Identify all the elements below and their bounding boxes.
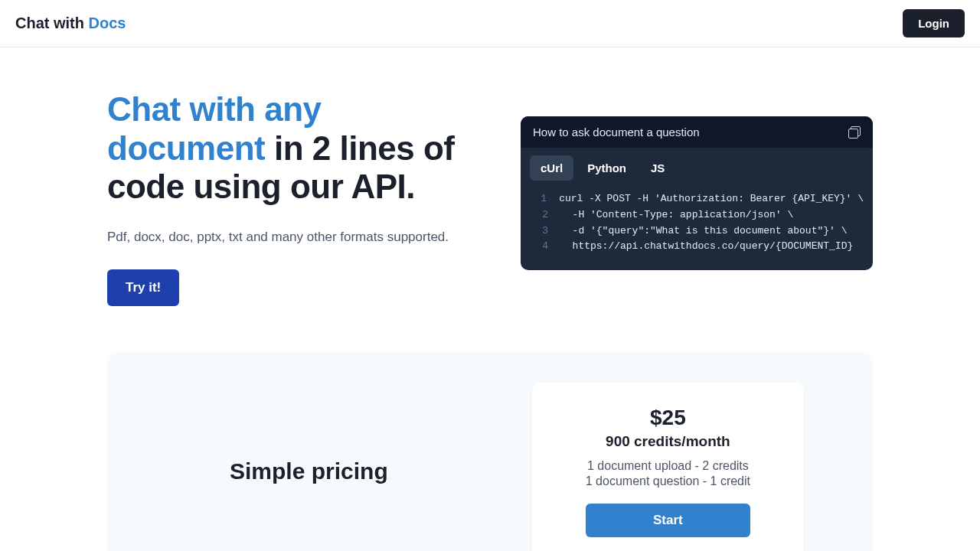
- tab-curl[interactable]: cUrl: [530, 155, 573, 181]
- code-line: 3 -d '{"query":"What is this document ab…: [530, 223, 864, 240]
- code-header: How to ask document a question: [521, 116, 873, 148]
- hero-left: Chat with any document in 2 lines of cod…: [107, 90, 475, 306]
- code-line: 1 curl -X POST -H 'Authorization: Bearer…: [530, 191, 864, 207]
- header: Chat with Docs Login: [0, 0, 980, 47]
- pricing-card: $25 900 credits/month 1 document upload …: [532, 383, 804, 551]
- tab-js[interactable]: JS: [640, 155, 675, 181]
- tab-python[interactable]: Python: [577, 155, 637, 181]
- price-detail-1: 1 document upload - 2 credits: [586, 459, 750, 473]
- code-text: -d '{"query":"What is this document abou…: [560, 223, 847, 240]
- pricing-section: Simple pricing $25 900 credits/month 1 d…: [107, 352, 873, 551]
- credits: 900 credits/month: [586, 433, 750, 450]
- code-line: 4 https://api.chatwithdocs.co/query/{DOC…: [530, 239, 864, 255]
- hero-section: Chat with any document in 2 lines of cod…: [107, 90, 873, 306]
- hero-title: Chat with any document in 2 lines of cod…: [107, 90, 475, 207]
- logo-accent: Docs: [89, 15, 126, 31]
- login-button[interactable]: Login: [903, 9, 965, 37]
- pricing-title: Simple pricing: [230, 458, 388, 484]
- price-detail-2: 1 document question - 1 credit: [586, 474, 750, 488]
- line-number: 2: [530, 207, 548, 223]
- code-text: https://api.chatwithdocs.co/query/{DOCUM…: [560, 239, 853, 255]
- price: $25: [586, 406, 750, 430]
- code-line: 2 -H 'Content-Type: application/json' \: [530, 207, 864, 223]
- main-content: Chat with any document in 2 lines of cod…: [0, 47, 980, 551]
- line-number: 3: [530, 223, 548, 240]
- line-number: 1: [530, 191, 547, 207]
- code-card: How to ask document a question cUrl Pyth…: [521, 116, 873, 270]
- code-text: curl -X POST -H 'Authorization: Bearer {…: [559, 191, 864, 207]
- line-number: 4: [530, 239, 548, 255]
- try-button[interactable]: Try it!: [107, 269, 179, 306]
- code-tabs: cUrl Python JS: [521, 148, 873, 181]
- logo-text: Chat with: [15, 15, 89, 31]
- hero-subtitle: Pdf, docx, doc, pptx, txt and many other…: [107, 230, 475, 245]
- code-body: 1 curl -X POST -H 'Authorization: Bearer…: [521, 181, 873, 270]
- copy-icon[interactable]: [848, 126, 861, 139]
- start-button[interactable]: Start: [586, 504, 750, 537]
- code-title: How to ask document a question: [533, 126, 700, 139]
- code-text: -H 'Content-Type: application/json' \: [560, 207, 793, 223]
- logo[interactable]: Chat with Docs: [15, 15, 126, 32]
